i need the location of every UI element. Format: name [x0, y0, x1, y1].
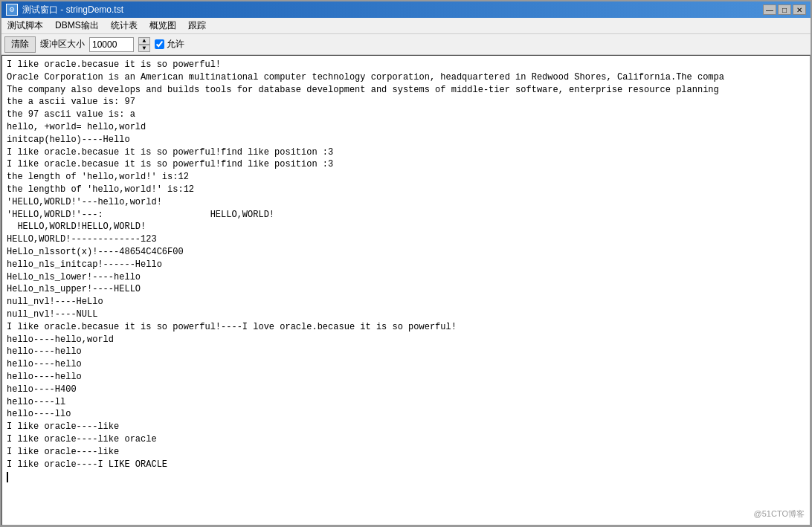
allow-checkbox[interactable] [155, 39, 164, 49]
watermark: @51CTO博客 [754, 508, 805, 520]
output-line: null_nvl!----HeLlo [7, 296, 805, 308]
output-line: the length of 'hello,world!' is:12 [7, 171, 805, 184]
output-line: hello, +world= hello,world [7, 121, 805, 134]
output-line: hello----hello,world [7, 334, 805, 346]
output-line: HELLO,WORLD!-------------123 [7, 233, 805, 246]
allow-label: 允许 [167, 38, 184, 51]
main-window: ⚙ 测试窗口 - stringDemo.tst — □ ✕ 测试脚本 DBMS输… [0, 0, 812, 527]
output-cursor-line [7, 471, 805, 483]
output-line: I like oracle----like [7, 421, 805, 433]
output-line: I like oracle----I LIKE ORACLE [7, 459, 805, 471]
output-line: I like oracle----like oracle [7, 433, 805, 446]
toolbar: 清除 缓冲区大小 ▲ ▼ 允许 [1, 34, 811, 55]
output-line: the a ascii value is: 97 [7, 96, 805, 109]
menu-bar: 测试脚本 DBMS输出 统计表 概览图 跟踪 [1, 18, 811, 34]
spinner-up[interactable]: ▲ [138, 37, 150, 45]
menu-item-test-script[interactable]: 测试脚本 [1, 18, 49, 33]
minimize-button[interactable]: — [763, 4, 776, 15]
output-line: the lengthb of 'hello,world!' is:12 [7, 184, 805, 196]
output-line: I like oracle.becasue it is so powerful!… [7, 158, 805, 171]
output-line: I like oracle.becasue it is so powerful!… [7, 321, 805, 334]
menu-item-stats[interactable]: 统计表 [105, 18, 144, 33]
title-bar: ⚙ 测试窗口 - stringDemo.tst — □ ✕ [1, 1, 811, 18]
output-line: Oracle Corporation is an American multin… [7, 71, 805, 84]
menu-item-trace[interactable]: 跟踪 [182, 18, 212, 33]
spinner-down[interactable]: ▼ [138, 45, 150, 52]
output-line: HeLlo_nls_lower!----hello [7, 271, 805, 284]
close-button[interactable]: ✕ [793, 4, 806, 15]
menu-item-overview[interactable]: 概览图 [144, 18, 182, 33]
allow-checkbox-label[interactable]: 允许 [155, 38, 184, 51]
title-bar-buttons: — □ ✕ [763, 4, 806, 15]
window-title: 测试窗口 - stringDemo.tst [22, 4, 123, 16]
title-bar-left: ⚙ 测试窗口 - stringDemo.tst [6, 4, 123, 16]
output-line: hello----hello [7, 371, 805, 384]
output-line: null_nvl!----NULL [7, 308, 805, 321]
output-line: I like oracle.becasue it is so powerful! [7, 59, 805, 71]
output-line: 'HELLO,WORLD!'---hello,world! [7, 196, 805, 209]
output-line: I like oracle.becasue it is so powerful!… [7, 146, 805, 159]
output-line: hello----ll [7, 396, 805, 409]
output-line: the 97 ascii value is: a [7, 109, 805, 121]
output-area[interactable]: I like oracle.becasue it is so powerful!… [1, 55, 811, 526]
output-line: hello----llo [7, 408, 805, 421]
text-cursor [7, 472, 8, 482]
output-line: 'HELLO,WORLD!'---: HELLO,WORLD! [7, 209, 805, 222]
clear-button[interactable]: 清除 [4, 36, 36, 53]
maximize-button[interactable]: □ [778, 4, 791, 15]
menu-item-dbms-output[interactable]: DBMS输出 [49, 18, 105, 33]
output-line: HELLO,WORLD!HELLO,WORLD! [7, 221, 805, 233]
buffer-input[interactable] [89, 37, 134, 52]
output-line: HeLlo_nlssort(x)!----48654C4C6F00 [7, 246, 805, 259]
output-line: hello_nls_initcap!------Hello [7, 259, 805, 271]
output-line: hello----hello [7, 346, 805, 358]
buffer-label: 缓冲区大小 [40, 38, 85, 51]
output-line: The company also develops and builds too… [7, 84, 805, 97]
window-icon: ⚙ [6, 4, 18, 16]
output-line: HeLlo_nls_upper!----HELLO [7, 283, 805, 296]
output-line: initcap(hello)----Hello [7, 134, 805, 146]
buffer-spinner: ▲ ▼ [138, 37, 150, 52]
output-line: hello----H400 [7, 384, 805, 396]
output-line: I like oracle----like [7, 446, 805, 459]
output-line: hello----hello [7, 358, 805, 371]
